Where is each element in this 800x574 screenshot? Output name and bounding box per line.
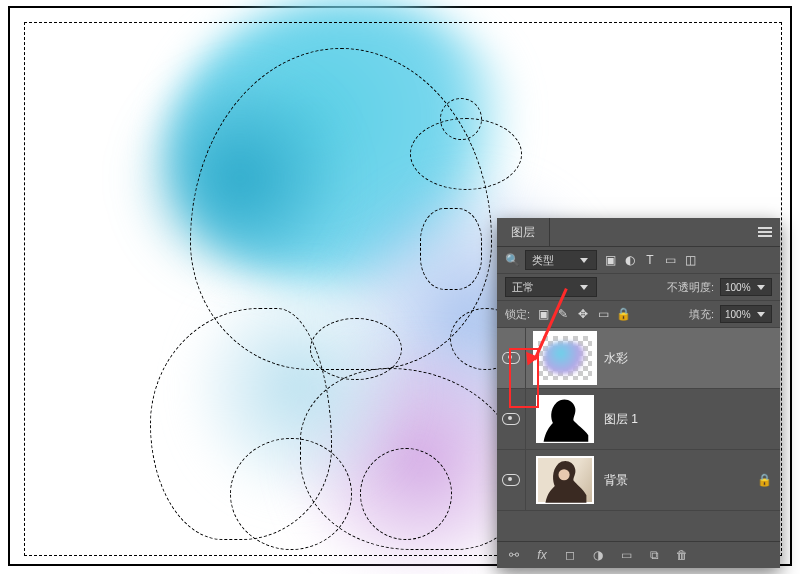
chevron-down-icon — [757, 285, 765, 290]
image-filter-icon[interactable]: ▣ — [603, 253, 617, 267]
layer-name[interactable]: 背景 — [604, 472, 756, 489]
document-frame: 图层 🔍 类型 ▣ ◐ T ▭ ◫ 正常 不透明度: 100% — [8, 6, 792, 566]
lock-label: 锁定: — [505, 307, 530, 322]
delete-layer-icon[interactable]: 🗑 — [675, 548, 689, 562]
panel-tabbar: 图层 — [497, 218, 780, 247]
layer-row[interactable]: 水彩 — [497, 328, 780, 389]
layer-name[interactable]: 图层 1 — [604, 411, 780, 428]
chevron-down-icon — [580, 285, 588, 290]
lock-position-icon[interactable]: ✥ — [576, 307, 590, 321]
lock-artboard-icon[interactable]: ▭ — [596, 307, 610, 321]
tab-layers[interactable]: 图层 — [497, 218, 550, 246]
layer-list: 水彩 图层 1 背景 🔒 — [497, 328, 780, 511]
visibility-toggle[interactable] — [497, 450, 526, 510]
selection-outline — [420, 208, 482, 290]
fill-label: 填充: — [689, 307, 714, 322]
opacity-label: 不透明度: — [667, 280, 714, 295]
eye-icon — [502, 413, 520, 425]
layers-panel: 图层 🔍 类型 ▣ ◐ T ▭ ◫ 正常 不透明度: 100% — [497, 218, 780, 568]
chevron-down-icon — [757, 312, 765, 317]
opacity-value: 100% — [725, 282, 751, 293]
filter-row: 🔍 类型 ▣ ◐ T ▭ ◫ — [497, 247, 780, 274]
shape-filter-icon[interactable]: ▭ — [663, 253, 677, 267]
blend-row: 正常 不透明度: 100% — [497, 274, 780, 301]
smart-filter-icon[interactable]: ◫ — [683, 253, 697, 267]
layer-thumbnail[interactable] — [536, 334, 594, 382]
fill-input[interactable]: 100% — [720, 305, 772, 323]
lock-all-icon[interactable]: 🔒 — [616, 307, 630, 321]
search-icon: 🔍 — [505, 253, 519, 267]
layer-thumbnail[interactable] — [536, 395, 594, 443]
lock-icon: 🔒 — [756, 473, 772, 487]
layer-mask-icon[interactable]: ◻ — [563, 548, 577, 562]
adjustment-filter-icon[interactable]: ◐ — [623, 253, 637, 267]
layer-fx-icon[interactable]: fx — [535, 548, 549, 562]
eye-icon — [502, 474, 520, 486]
layer-row[interactable]: 图层 1 — [497, 389, 780, 450]
filter-kind-select[interactable]: 类型 — [525, 250, 597, 270]
annotation-highlight-box — [509, 348, 539, 408]
blend-mode-value: 正常 — [512, 280, 534, 295]
layer-thumbnail[interactable] — [536, 456, 594, 504]
layer-name[interactable]: 水彩 — [604, 350, 780, 367]
chevron-down-icon — [580, 258, 588, 263]
panel-menu-icon[interactable] — [758, 227, 772, 237]
group-icon[interactable]: ▭ — [619, 548, 633, 562]
panel-footer: ⚯ fx ◻ ◑ ▭ ⧉ 🗑 — [497, 541, 780, 568]
layer-row[interactable]: 背景 🔒 — [497, 450, 780, 511]
selection-outline — [230, 438, 352, 550]
selection-outline — [310, 318, 402, 380]
fill-value: 100% — [725, 309, 751, 320]
new-layer-icon[interactable]: ⧉ — [647, 548, 661, 562]
blend-mode-select[interactable]: 正常 — [505, 277, 597, 297]
filter-kind-label: 类型 — [532, 253, 554, 268]
adjustment-layer-icon[interactable]: ◑ — [591, 548, 605, 562]
type-filter-icon[interactable]: T — [643, 253, 657, 267]
selection-outline — [440, 98, 482, 140]
opacity-input[interactable]: 100% — [720, 278, 772, 296]
lock-transparent-icon[interactable]: ▣ — [536, 307, 550, 321]
selection-outline — [360, 448, 452, 540]
link-layers-icon[interactable]: ⚯ — [507, 548, 521, 562]
lock-row: 锁定: ▣ ✎ ✥ ▭ 🔒 填充: 100% — [497, 301, 780, 328]
